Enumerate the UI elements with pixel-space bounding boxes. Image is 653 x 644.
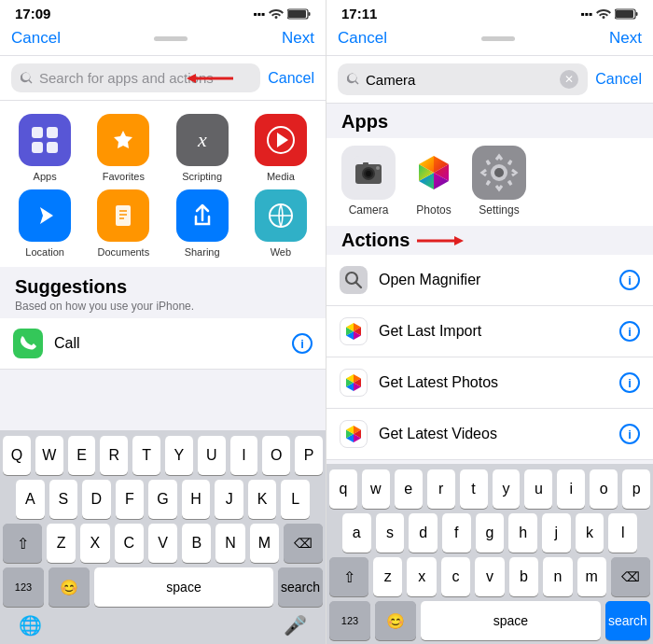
key-backspace-left[interactable]: ⌫: [284, 524, 323, 563]
globe-icon-left[interactable]: 🌐: [19, 614, 42, 637]
key-z-right[interactable]: z: [373, 557, 402, 596]
key-c-left[interactable]: C: [115, 524, 144, 563]
key-123-left[interactable]: 123: [3, 567, 44, 607]
next-button-right[interactable]: Next: [609, 29, 642, 48]
key-b-left[interactable]: B: [182, 524, 211, 563]
key-f-right[interactable]: f: [442, 513, 471, 553]
key-s-right[interactable]: s: [376, 513, 405, 553]
call-info-btn[interactable]: i: [292, 333, 313, 354]
shortcut-sharing[interactable]: Sharing: [167, 189, 238, 258]
key-c-right[interactable]: c: [441, 557, 470, 596]
apps-section-header: Apps: [326, 104, 653, 138]
key-h-left[interactable]: H: [182, 480, 211, 519]
key-d-right[interactable]: d: [409, 513, 438, 553]
key-l-right[interactable]: l: [608, 513, 637, 553]
key-x-right[interactable]: x: [407, 557, 436, 596]
action-open-magnifier[interactable]: Open Magnifier i: [326, 255, 653, 306]
key-y-left[interactable]: Y: [165, 436, 193, 475]
key-g-right[interactable]: g: [476, 513, 505, 553]
key-u-left[interactable]: U: [198, 436, 226, 475]
key-q-right[interactable]: q: [329, 469, 357, 509]
key-i-right[interactable]: i: [557, 469, 585, 509]
shortcut-favorites[interactable]: Favorites: [88, 114, 159, 182]
key-o-right[interactable]: o: [590, 469, 618, 509]
key-b-right[interactable]: b: [509, 557, 538, 596]
key-space-left[interactable]: space: [94, 567, 273, 607]
action-last-import[interactable]: Get Last Import i: [326, 306, 653, 357]
search-cancel-left[interactable]: Cancel: [268, 70, 314, 87]
key-w-left[interactable]: W: [35, 436, 63, 475]
mic-icon-left[interactable]: 🎤: [284, 614, 307, 637]
key-r-right[interactable]: r: [427, 469, 455, 509]
shortcut-apps[interactable]: Apps: [9, 114, 80, 182]
action-info-last-import[interactable]: i: [619, 321, 640, 342]
key-emoji-left[interactable]: 😊: [49, 567, 90, 607]
shortcut-media[interactable]: Media: [245, 114, 316, 182]
key-shift-right[interactable]: ⇧: [329, 557, 368, 596]
shortcut-scripting[interactable]: x Scripting: [167, 114, 238, 182]
action-latest-photos[interactable]: Get Latest Photos i: [326, 357, 653, 409]
key-t-left[interactable]: T: [132, 436, 160, 475]
key-a-right[interactable]: a: [342, 513, 371, 553]
key-d-left[interactable]: D: [82, 480, 111, 519]
key-m-left[interactable]: M: [250, 524, 279, 563]
action-info-magnifier[interactable]: i: [619, 270, 640, 290]
key-s-left[interactable]: S: [49, 480, 78, 519]
key-m-right[interactable]: m: [577, 557, 606, 596]
key-f-left[interactable]: F: [116, 480, 145, 519]
suggestion-call[interactable]: Call i: [0, 318, 326, 370]
key-n-left[interactable]: N: [215, 524, 244, 563]
key-r-left[interactable]: R: [100, 436, 128, 475]
key-backspace-right[interactable]: ⌫: [611, 557, 650, 596]
next-button-left[interactable]: Next: [282, 29, 314, 48]
search-bar-right[interactable]: Camera ✕: [338, 63, 588, 95]
key-e-right[interactable]: e: [395, 469, 423, 509]
key-v-right[interactable]: v: [475, 557, 504, 596]
shortcut-web[interactable]: Web: [245, 189, 316, 258]
key-k-left[interactable]: K: [248, 480, 277, 519]
key-h-right[interactable]: h: [508, 513, 537, 553]
key-search-left[interactable]: search: [278, 567, 323, 607]
key-123-right[interactable]: 123: [329, 601, 370, 640]
key-v-left[interactable]: V: [148, 524, 177, 563]
key-l-left[interactable]: L: [281, 480, 310, 519]
keyboard-row-2-right: a s d f g h j k l: [329, 513, 650, 553]
key-z-left[interactable]: Z: [47, 524, 76, 563]
cancel-button-right[interactable]: Cancel: [338, 29, 387, 48]
key-u-right[interactable]: u: [524, 469, 552, 509]
key-a-left[interactable]: A: [16, 480, 45, 519]
shortcut-location[interactable]: Location: [9, 189, 80, 258]
svg-rect-7: [47, 127, 58, 138]
key-n-right[interactable]: n: [543, 557, 572, 596]
app-settings[interactable]: Settings: [472, 146, 526, 217]
key-search-right[interactable]: search: [605, 601, 650, 640]
app-photos[interactable]: Photos: [407, 146, 461, 217]
key-i-left[interactable]: I: [230, 436, 258, 475]
key-y-right[interactable]: y: [493, 469, 521, 509]
key-p-left[interactable]: P: [295, 436, 323, 475]
shortcut-documents[interactable]: Documents: [88, 189, 159, 258]
key-g-left[interactable]: G: [148, 480, 177, 519]
key-q-left[interactable]: Q: [3, 436, 31, 475]
key-w-right[interactable]: w: [362, 469, 390, 509]
action-info-latest-photos[interactable]: i: [619, 372, 640, 393]
action-info-latest-videos[interactable]: i: [619, 424, 640, 444]
key-t-right[interactable]: t: [460, 469, 488, 509]
key-j-left[interactable]: J: [215, 480, 243, 519]
key-e-left[interactable]: E: [68, 436, 96, 475]
key-p-right[interactable]: p: [622, 469, 650, 509]
status-icons-left: ▪▪▪: [253, 7, 311, 21]
key-x-left[interactable]: X: [80, 524, 109, 563]
search-icon-left: [21, 72, 34, 85]
search-cancel-right[interactable]: Cancel: [595, 71, 642, 88]
app-camera[interactable]: Camera: [341, 146, 396, 217]
key-k-right[interactable]: k: [576, 513, 604, 553]
key-space-right[interactable]: space: [421, 601, 601, 640]
key-o-left[interactable]: O: [262, 436, 290, 475]
search-clear-right[interactable]: ✕: [560, 70, 578, 89]
key-emoji-right[interactable]: 😊: [375, 601, 416, 640]
action-latest-videos[interactable]: Get Latest Videos i: [326, 409, 653, 460]
key-shift-left[interactable]: ⇧: [3, 524, 42, 563]
key-j-right[interactable]: j: [542, 513, 571, 553]
cancel-button-left[interactable]: Cancel: [11, 29, 61, 48]
